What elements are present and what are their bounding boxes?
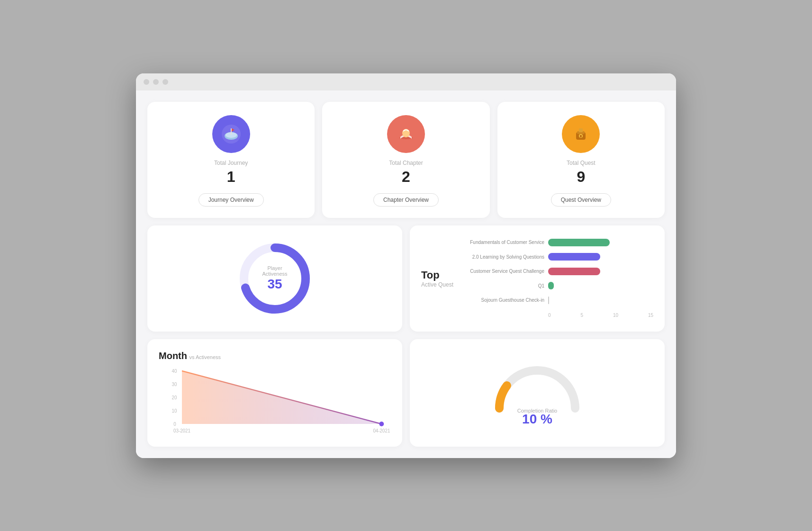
bar-title: Top [421, 269, 454, 281]
chapter-value: 2 [402, 168, 410, 186]
journey-card: Total Journey 1 Journey Overview [147, 102, 315, 218]
chapter-icon [396, 124, 416, 144]
bar-fill-2 [548, 268, 600, 275]
donut-label-text: Player Activeness [256, 265, 294, 277]
svg-text:30: 30 [171, 381, 177, 387]
svg-text:10: 10 [171, 408, 177, 413]
middle-row: Player Activeness 35 Top Active Quest Fu… [147, 225, 665, 332]
journey-label: Total Journey [214, 160, 248, 166]
svg-rect-9 [579, 128, 583, 132]
svg-rect-3 [231, 128, 232, 135]
svg-text:0: 0 [173, 421, 176, 426]
bar-label-0: Fundamentals of Customer Service [464, 240, 544, 245]
bar-chart-area: Fundamentals of Customer Service 2.0 Lea… [464, 237, 653, 320]
bar-row-4: Sojourn Guesthouse Check-in [464, 297, 653, 304]
line-chart-card: Month vs Activeness [147, 339, 402, 447]
bar-chart-header: Top Active Quest [421, 237, 464, 320]
bar-row-3: Q1 [464, 282, 653, 289]
journey-overview-button[interactable]: Journey Overview [198, 193, 264, 207]
svg-rect-11 [580, 135, 582, 137]
top-cards-row: Total Journey 1 Journey Overview Total C… [147, 102, 665, 218]
chapter-label: Total Chapter [389, 160, 423, 166]
chapter-card: Total Chapter 2 Chapter Overview [322, 102, 489, 218]
quest-card: Total Quest 9 Quest Overview [497, 102, 665, 218]
donut-label-group: Player Activeness 35 [256, 265, 294, 292]
donut-chart: Player Activeness 35 [237, 241, 313, 316]
bar-chart-card: Top Active Quest Fundamentals of Custome… [410, 225, 665, 332]
gauge-card: Completion Ratio 10 % [410, 339, 665, 447]
bar-label-1: 2.0 Learning by Solving Questions [464, 254, 544, 260]
browser-dot-3 [162, 79, 168, 85]
journey-icon [221, 124, 242, 144]
bar-axis: 0 5 10 15 [464, 313, 653, 318]
bar-fill-4 [548, 297, 549, 304]
journey-value: 1 [227, 168, 235, 186]
donut-card: Player Activeness 35 [147, 225, 402, 332]
browser-dot-1 [144, 79, 149, 85]
bottom-row: Month vs Activeness [147, 339, 665, 447]
quest-icon-circle [562, 115, 600, 153]
bar-row-0: Fundamentals of Customer Service [464, 239, 653, 246]
browser-window: Total Journey 1 Journey Overview Total C… [136, 73, 676, 458]
svg-text:04-2021: 04-2021 [373, 428, 390, 433]
bar-label-4: Sojourn Guesthouse Check-in [464, 297, 544, 303]
chapter-overview-button[interactable]: Chapter Overview [373, 193, 439, 207]
line-chart-svg: 40 30 20 10 0 03-2021 04-2021 [159, 367, 391, 433]
donut-value: 35 [267, 277, 282, 291]
journey-icon-circle [212, 115, 250, 153]
bar-fill-1 [548, 253, 600, 261]
axis-0: 0 [548, 313, 551, 318]
chapter-icon-circle [387, 115, 425, 153]
svg-text:20: 20 [171, 395, 177, 400]
quest-icon [570, 124, 591, 144]
gauge-svg [490, 359, 585, 415]
axis-15: 15 [648, 313, 653, 318]
bar-row-1: 2.0 Learning by Solving Questions [464, 253, 653, 261]
axis-5: 5 [580, 313, 583, 318]
svg-text:03-2021: 03-2021 [173, 428, 190, 433]
bar-fill-0 [548, 239, 610, 246]
bar-fill-3 [548, 282, 554, 289]
bar-label-2: Customer Service Quest Challenge [464, 269, 544, 274]
browser-dot-2 [153, 79, 159, 85]
axis-10: 10 [613, 313, 618, 318]
bar-label-3: Q1 [464, 283, 544, 288]
quest-value: 9 [577, 168, 585, 186]
svg-point-21 [379, 422, 384, 426]
svg-text:40: 40 [171, 368, 177, 373]
line-subtitle: vs Activeness [189, 354, 221, 360]
browser-content: Total Journey 1 Journey Overview Total C… [136, 90, 676, 458]
quest-label: Total Quest [567, 160, 595, 166]
gauge-wrapper: Completion Ratio 10 % [490, 359, 585, 427]
browser-titlebar [136, 73, 676, 90]
bar-row-2: Customer Service Quest Challenge [464, 268, 653, 275]
line-title: Month [159, 351, 187, 361]
bar-subtitle: Active Quest [421, 281, 454, 288]
line-chart-header: Month vs Activeness [159, 351, 391, 361]
quest-overview-button[interactable]: Quest Overview [551, 193, 611, 207]
